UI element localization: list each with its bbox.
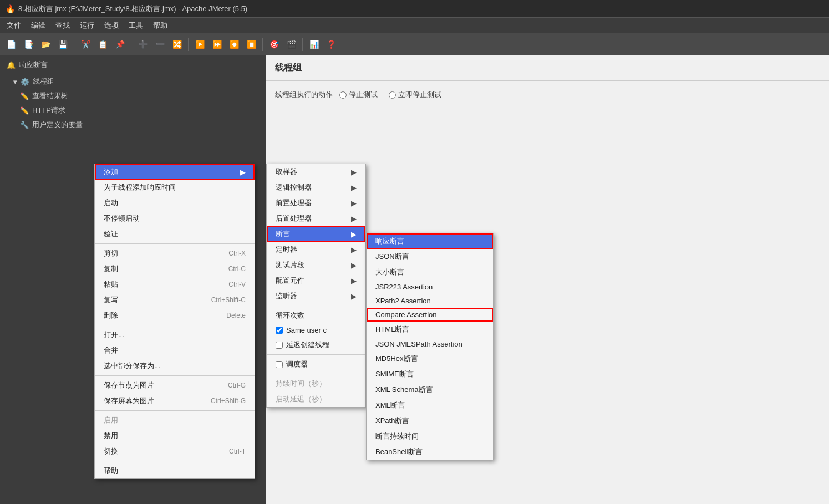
sub1-test-fragment[interactable]: 测试片段 ▶	[267, 257, 365, 273]
ctx-help[interactable]: 帮助	[95, 463, 255, 478]
sub1-logic-arrow: ▶	[351, 184, 357, 192]
sub1-pre-label: 前置处理器	[276, 198, 312, 208]
toolbar-sep4	[262, 38, 263, 51]
toolbar-copy[interactable]: 📋	[95, 37, 110, 52]
toolbar-start[interactable]: ▶️	[192, 37, 207, 52]
sub1-sched-input[interactable]	[276, 361, 283, 368]
sub2-xmlschema[interactable]: XML Schema断言	[367, 382, 493, 398]
toolbar: 📄 📑 📂 💾 ✂️ 📋 📌 ➕ ➖ 🔀 ▶️ ⏩ ⏺️ ⏹️ 🎯 🎬 📊 ❓	[0, 33, 829, 55]
sub1-sampler[interactable]: 取样器 ▶	[267, 164, 365, 180]
sub1-sched-wrap[interactable]: 调度器	[276, 359, 308, 369]
ctx-paste-shortcut: Ctrl-V	[228, 281, 246, 288]
ctx-sep2	[95, 325, 255, 325]
sub1-logic[interactable]: 逻辑控制器 ▶	[267, 180, 365, 195]
toolbar-paste[interactable]: 📌	[112, 37, 128, 52]
ctx-save-screen[interactable]: 保存屏幕为图片 Ctrl+Shift-G	[95, 393, 255, 409]
submenu-assertion: 响应断言 JSON断言 大小断言 JSR223 Assertion XPath2…	[366, 233, 494, 460]
sub2-xml-label: XML断言	[375, 400, 405, 410]
sub1-duration: 持续时间（秒）	[267, 376, 365, 391]
toolbar-open[interactable]: 📂	[38, 37, 53, 52]
ctx-disable[interactable]: 禁用	[95, 428, 255, 444]
toolbar-add[interactable]: ➕	[135, 37, 150, 52]
toolbar-startno[interactable]: ⏩	[209, 37, 225, 52]
ctx-add-response-time[interactable]: 为子线程添加响应时间	[95, 180, 255, 195]
sub2-jsr223[interactable]: JSR223 Assertion	[367, 280, 493, 294]
sub2-response-assertion[interactable]: 响应断言	[367, 233, 493, 249]
toolbar-stop[interactable]: ⏺️	[226, 37, 242, 52]
toolbar-remote2[interactable]: 🎬	[283, 37, 299, 52]
sub2-xml[interactable]: XML断言	[367, 398, 493, 413]
sub1-listener[interactable]: 监听器 ▶	[267, 288, 365, 304]
toolbar-shutdown[interactable]: ⏹️	[243, 37, 259, 52]
radio-stop-test[interactable]: 停止测试	[339, 90, 378, 100]
sub2-jmespath[interactable]: JSON JMESPath Assertion	[367, 337, 493, 351]
ctx-save-selection[interactable]: 选中部分保存为...	[95, 358, 255, 374]
tree-view-results[interactable]: ✏️ 查看结果树	[0, 89, 266, 103]
sub2-xpath[interactable]: XPath断言	[367, 413, 493, 429]
sub1-startup-delay: 启动延迟（秒）	[267, 391, 365, 407]
menu-options[interactable]: 选项	[100, 19, 123, 32]
sub2-md5hex[interactable]: MD5Hex断言	[367, 351, 493, 366]
sub2-size[interactable]: 大小断言	[367, 264, 493, 280]
sub2-beanshell[interactable]: BeanShell断言	[367, 444, 493, 460]
sub1-same-user-label: Same user c	[286, 326, 327, 334]
ctx-open[interactable]: 打开...	[95, 327, 255, 343]
menu-find[interactable]: 查找	[51, 19, 74, 32]
sub1-same-user-input[interactable]	[276, 327, 283, 334]
tree-root: 🔔 响应断言	[0, 55, 266, 74]
ctx-cut[interactable]: 剪切 Ctrl-X	[95, 246, 255, 261]
ctx-save-node-img[interactable]: 保存节点为图片 Ctrl-G	[95, 378, 255, 393]
sub2-smime[interactable]: SMIME断言	[367, 366, 493, 382]
ctx-sep5	[95, 461, 255, 461]
ctx-validate-label: 验证	[104, 229, 118, 239]
menu-edit[interactable]: 编辑	[27, 19, 50, 32]
ctx-add-label: 添加	[104, 167, 118, 177]
toolbar-list[interactable]: 📊	[306, 37, 322, 52]
ctx-copy[interactable]: 复制 Ctrl-C	[95, 261, 255, 277]
sub1-delay-checkbox-wrap[interactable]: 延迟创建线程	[276, 340, 329, 350]
ctx-duplicate[interactable]: 复写 Ctrl+Shift-C	[95, 292, 255, 308]
radio-stopnow-input[interactable]	[389, 91, 396, 99]
menu-run[interactable]: 运行	[75, 19, 99, 32]
radio-stop-input[interactable]	[339, 91, 347, 99]
sub2-compare[interactable]: Compare Assertion	[367, 308, 493, 322]
ctx-delete[interactable]: 删除 Delete	[95, 308, 255, 323]
sub1-pre[interactable]: 前置处理器 ▶	[267, 195, 365, 211]
sub2-xpath2[interactable]: XPath2 Assertion	[367, 294, 493, 308]
ctx-validate[interactable]: 验证	[95, 226, 255, 242]
ctx-toggle[interactable]: 切换 Ctrl-T	[95, 444, 255, 459]
ctx-paste[interactable]: 粘贴 Ctrl-V	[95, 277, 255, 292]
sub2-json[interactable]: JSON断言	[367, 249, 493, 264]
sub1-post[interactable]: 后置处理器 ▶	[267, 211, 365, 226]
toolbar-clear[interactable]: 🔀	[169, 37, 185, 52]
menu-tools[interactable]: 工具	[124, 19, 148, 32]
app-icon: 🔥	[6, 4, 15, 13]
radio-stop-now[interactable]: 立即停止测试	[389, 90, 441, 100]
sub1-timer[interactable]: 定时器 ▶	[267, 242, 365, 257]
ctx-add[interactable]: 添加 ▶	[95, 164, 255, 180]
sub2-duration[interactable]: 断言持续时间	[367, 429, 493, 444]
sub1-same-user-checkbox-wrap[interactable]: Same user c	[276, 326, 327, 334]
sub1-loop-count[interactable]: 循环次数	[267, 308, 365, 323]
tree-http-request[interactable]: ✏️ HTTP请求	[0, 103, 266, 118]
ctx-start-no-pause[interactable]: 不停顿启动	[95, 211, 255, 226]
tree-user-vars[interactable]: 🔧 用户定义的变量	[0, 118, 266, 132]
sub1-duration-label: 持续时间（秒）	[276, 379, 326, 389]
sub2-html[interactable]: HTML断言	[367, 322, 493, 337]
sub1-assertion[interactable]: 断言 ▶	[267, 226, 365, 242]
menu-file[interactable]: 文件	[2, 19, 26, 32]
sub1-config[interactable]: 配置元件 ▶	[267, 273, 365, 288]
ctx-toggle-shortcut: Ctrl-T	[229, 447, 246, 455]
toolbar-help-btn[interactable]: ❓	[323, 37, 339, 52]
toolbar-cut[interactable]: ✂️	[78, 37, 93, 52]
toolbar-remove[interactable]: ➖	[152, 37, 167, 52]
toolbar-templates[interactable]: 📑	[21, 37, 36, 52]
toolbar-save[interactable]: 💾	[55, 37, 70, 52]
menu-help[interactable]: 帮助	[149, 19, 172, 32]
ctx-start[interactable]: 启动	[95, 195, 255, 211]
toolbar-remote[interactable]: 🎯	[266, 37, 282, 52]
toolbar-new[interactable]: 📄	[3, 37, 19, 52]
tree-thread-group[interactable]: ▾ ⚙️ 线程组	[0, 74, 266, 89]
sub1-delay-input[interactable]	[276, 342, 283, 349]
ctx-merge[interactable]: 合并	[95, 343, 255, 358]
